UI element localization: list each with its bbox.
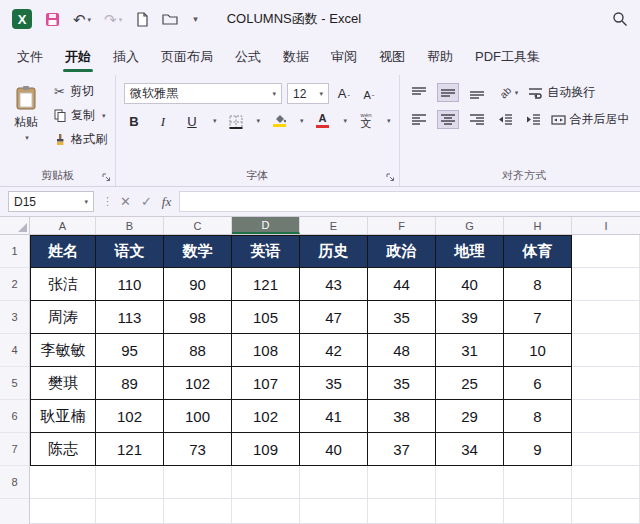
table-cell[interactable]: 8 bbox=[504, 268, 572, 301]
tab-page-layout[interactable]: 页面布局 bbox=[150, 38, 224, 75]
tab-insert[interactable]: 插入 bbox=[102, 38, 150, 75]
table-cell[interactable]: 41 bbox=[300, 400, 368, 433]
row-number[interactable]: 7 bbox=[0, 433, 29, 466]
chevron-down-icon[interactable]: ▾ bbox=[257, 117, 261, 125]
copy-button[interactable]: 复制 ▾ bbox=[54, 107, 107, 124]
tab-file[interactable]: 文件 bbox=[6, 38, 54, 75]
col-header-f[interactable]: F bbox=[368, 217, 436, 234]
empty-cell[interactable] bbox=[572, 268, 640, 301]
bold-button[interactable]: B bbox=[124, 111, 144, 131]
formula-cancel-button[interactable]: ✕ bbox=[120, 194, 131, 209]
empty-cell[interactable] bbox=[368, 466, 436, 499]
insert-function-button[interactable]: fx bbox=[162, 194, 171, 210]
table-cell[interactable]: 42 bbox=[300, 334, 368, 367]
row-number[interactable]: 1 bbox=[0, 235, 29, 268]
chevron-down-icon[interactable]: ▾ bbox=[344, 117, 348, 125]
table-cell[interactable]: 9 bbox=[504, 433, 572, 466]
underline-button[interactable]: U bbox=[182, 111, 202, 131]
paste-button[interactable]: 粘贴 ▾ bbox=[8, 83, 44, 148]
table-cell[interactable]: 47 bbox=[300, 301, 368, 334]
table-cell[interactable]: 108 bbox=[232, 334, 300, 367]
align-bottom-button[interactable] bbox=[466, 83, 488, 102]
decrease-indent-button[interactable] bbox=[495, 110, 516, 129]
empty-cell[interactable] bbox=[30, 466, 96, 499]
tab-view[interactable]: 视图 bbox=[368, 38, 416, 75]
borders-button[interactable] bbox=[226, 111, 246, 131]
tab-data[interactable]: 数据 bbox=[272, 38, 320, 75]
table-cell[interactable]: 109 bbox=[232, 433, 300, 466]
cut-button[interactable]: ✂ 剪切 bbox=[54, 83, 107, 100]
align-right-button[interactable] bbox=[466, 110, 488, 129]
col-header-h[interactable]: H bbox=[504, 217, 572, 234]
table-header-cell[interactable]: 英语 bbox=[232, 235, 300, 268]
table-header-cell[interactable]: 姓名 bbox=[30, 235, 96, 268]
font-family-select[interactable]: 微软雅黑 ▾ bbox=[124, 83, 282, 104]
font-size-select[interactable]: 12 ▾ bbox=[287, 83, 329, 104]
table-cell[interactable]: 6 bbox=[504, 367, 572, 400]
empty-cell[interactable] bbox=[232, 466, 300, 499]
table-cell[interactable]: 耿亚楠 bbox=[30, 400, 96, 433]
col-header-a[interactable]: A bbox=[30, 217, 96, 234]
font-color-button[interactable]: A bbox=[313, 111, 333, 131]
table-cell[interactable]: 38 bbox=[368, 400, 436, 433]
decrease-font-button[interactable]: Aˇ bbox=[359, 84, 379, 104]
chevron-down-icon[interactable]: ▾ bbox=[387, 117, 391, 125]
wrap-text-button[interactable]: 自动换行 bbox=[528, 84, 595, 101]
formula-enter-button[interactable]: ✓ bbox=[141, 194, 152, 209]
merge-center-button[interactable]: 合并后居中 bbox=[551, 111, 630, 128]
table-cell[interactable]: 100 bbox=[164, 400, 232, 433]
table-cell[interactable]: 48 bbox=[368, 334, 436, 367]
row-number[interactable]: 6 bbox=[0, 400, 29, 433]
table-cell[interactable]: 25 bbox=[436, 367, 504, 400]
table-cell[interactable]: 7 bbox=[504, 301, 572, 334]
align-top-button[interactable] bbox=[408, 83, 430, 102]
align-left-button[interactable] bbox=[408, 110, 430, 129]
col-header-c[interactable]: C bbox=[164, 217, 232, 234]
empty-cell[interactable] bbox=[96, 466, 164, 499]
empty-cell[interactable] bbox=[164, 499, 232, 524]
row-number[interactable]: 2 bbox=[0, 268, 29, 301]
increase-font-button[interactable]: Aˆ bbox=[334, 84, 354, 104]
table-cell[interactable]: 73 bbox=[164, 433, 232, 466]
table-cell[interactable]: 102 bbox=[164, 367, 232, 400]
col-header-e[interactable]: E bbox=[300, 217, 368, 234]
table-header-cell[interactable]: 历史 bbox=[300, 235, 368, 268]
table-cell[interactable]: 110 bbox=[96, 268, 164, 301]
empty-cell[interactable] bbox=[572, 400, 640, 433]
tab-pdf-tools[interactable]: PDF工具集 bbox=[464, 38, 551, 75]
col-header-i[interactable]: I bbox=[572, 217, 640, 234]
table-cell[interactable]: 89 bbox=[96, 367, 164, 400]
table-cell[interactable]: 107 bbox=[232, 367, 300, 400]
table-cell[interactable]: 10 bbox=[504, 334, 572, 367]
col-header-g[interactable]: G bbox=[436, 217, 504, 234]
select-all-corner[interactable] bbox=[0, 217, 30, 234]
table-header-cell[interactable]: 地理 bbox=[436, 235, 504, 268]
table-cell[interactable]: 40 bbox=[300, 433, 368, 466]
new-file-button[interactable] bbox=[135, 12, 149, 27]
table-cell[interactable]: 121 bbox=[96, 433, 164, 466]
row-number[interactable]: 4 bbox=[0, 334, 29, 367]
qat-customize-button[interactable]: ▾ bbox=[191, 15, 198, 24]
table-cell[interactable]: 40 bbox=[436, 268, 504, 301]
empty-cell[interactable] bbox=[232, 499, 300, 524]
table-cell[interactable]: 98 bbox=[164, 301, 232, 334]
table-cell[interactable]: 31 bbox=[436, 334, 504, 367]
table-cell[interactable]: 39 bbox=[436, 301, 504, 334]
table-cell[interactable]: 121 bbox=[232, 268, 300, 301]
italic-button[interactable]: I bbox=[153, 111, 173, 131]
table-cell[interactable]: 樊琪 bbox=[30, 367, 96, 400]
table-cell[interactable]: 113 bbox=[96, 301, 164, 334]
table-cell[interactable]: 张洁 bbox=[30, 268, 96, 301]
table-cell[interactable]: 35 bbox=[368, 301, 436, 334]
align-middle-button[interactable] bbox=[437, 83, 459, 102]
tab-home[interactable]: 开始 bbox=[54, 38, 102, 75]
fill-color-button[interactable] bbox=[269, 111, 289, 131]
table-cell[interactable]: 102 bbox=[232, 400, 300, 433]
phonetic-button[interactable]: wén 文 bbox=[356, 111, 376, 131]
redo-button[interactable]: ↷▾ bbox=[104, 12, 122, 27]
empty-cell[interactable] bbox=[572, 301, 640, 334]
table-header-cell[interactable]: 政治 bbox=[368, 235, 436, 268]
tab-review[interactable]: 审阅 bbox=[320, 38, 368, 75]
open-file-button[interactable] bbox=[162, 12, 178, 26]
empty-cell[interactable] bbox=[572, 334, 640, 367]
